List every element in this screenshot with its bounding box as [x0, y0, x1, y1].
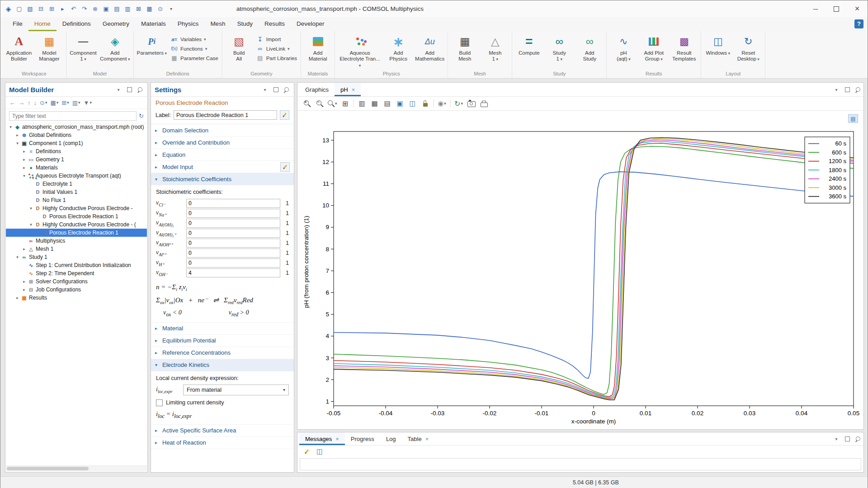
ribbon-button-import[interactable]: ↧Import — [255, 35, 299, 43]
stoich-input-5[interactable] — [186, 249, 280, 258]
section-electrode-kinetics[interactable]: ▾Electrode Kinetics — [151, 359, 294, 371]
copy-icon[interactable]: ▣ — [101, 4, 111, 14]
plot-canvas[interactable]: 12345678910111213-0.05-0.04-0.03-0.02-0.… — [301, 111, 860, 427]
close-button[interactable]: × — [847, 0, 868, 17]
collapse-arrow-icon[interactable]: ▾ — [8, 125, 14, 129]
show-icon[interactable]: ⊙▾ — [40, 99, 47, 106]
tree-item-highly-conductive-porous-electrode[interactable]: ▾DHighly Conductive Porous Electrode - — [6, 204, 147, 212]
tree-item-atmospheric-corrosion-mass-transport-mph-root[interactable]: ▾◈atmospheric_corrosion_mass_transport.m… — [6, 123, 147, 131]
menu-tab-home[interactable]: Home — [28, 17, 57, 31]
float-panel-icon[interactable] — [844, 435, 851, 442]
zoom-out-icon[interactable] — [315, 99, 324, 108]
close-tab-icon[interactable]: × — [335, 436, 339, 442]
zoom-extents-icon[interactable]: ⊞ — [341, 99, 350, 108]
menu-tab-definitions[interactable]: Definitions — [57, 17, 97, 31]
ribbon-button-compute[interactable]: =Compute — [514, 32, 544, 69]
zoom-box-icon[interactable]: ▾ — [328, 99, 337, 108]
collapse-arrow-icon[interactable]: ▾ — [21, 174, 27, 178]
plot-window-icon[interactable]: ▣ — [396, 99, 405, 108]
tree-item-multiphysics[interactable]: ∞Multiphysics — [6, 237, 147, 245]
tree-item-global-definitions[interactable]: ▸⊕Global Definitions — [6, 131, 147, 139]
ribbon-button-build-mesh[interactable]: ▦Build Mesh — [450, 32, 480, 69]
maximize-button[interactable] — [826, 0, 847, 17]
grid-icon[interactable]: ▦ — [370, 99, 379, 108]
ribbon-button-add-plot-group[interactable]: Add Plot Group ▾ — [639, 32, 669, 69]
panel-menu-icon[interactable]: ▾ — [833, 435, 840, 442]
dock-tab-messages[interactable]: Messages× — [299, 432, 345, 445]
expand-arrow-icon[interactable]: ▸ — [14, 296, 20, 300]
appearance-icon[interactable]: ◉▾ — [438, 99, 447, 108]
delete-icon[interactable]: ⊠ — [133, 4, 144, 14]
tree-item-job-configurations[interactable]: ▸⊟Job Configurations — [6, 286, 147, 294]
open-file-icon[interactable]: ▧ — [25, 4, 35, 14]
section-model-input[interactable]: ▸Model Input — [151, 161, 294, 173]
minimize-button[interactable]: ─ — [805, 0, 826, 17]
menu-tab-materials[interactable]: Materials — [135, 17, 172, 31]
menu-tab-geometry[interactable]: Geometry — [97, 17, 135, 31]
expand-arrow-icon[interactable]: ▸ — [21, 279, 27, 284]
dock-tab-table[interactable]: Table× — [402, 432, 435, 445]
run-icon[interactable]: ▸ — [57, 4, 68, 14]
expand-arrow-icon[interactable]: ▸ — [21, 149, 27, 154]
float-panel-icon[interactable] — [844, 86, 851, 93]
collapse-arrow-icon[interactable]: ▾ — [28, 222, 34, 227]
undo-icon[interactable]: ↶ — [68, 4, 79, 14]
duplicate-icon[interactable]: ▥ — [123, 4, 133, 14]
expand-arrow-icon[interactable]: ▸ — [21, 287, 27, 292]
move-down-icon[interactable]: ↓ — [34, 99, 37, 106]
menu-tab-file[interactable]: File — [7, 17, 28, 31]
ribbon-button-model-manager[interactable]: ▦Model Manager — [34, 32, 64, 69]
menu-tab-physics[interactable]: Physics — [172, 17, 205, 31]
redo-icon[interactable]: ↷ — [79, 4, 90, 14]
panel-menu-icon[interactable]: ▾ — [833, 86, 840, 93]
lock-icon[interactable] — [421, 99, 430, 108]
paste-icon[interactable]: ▤ — [112, 4, 122, 14]
limiting-current-checkbox[interactable] — [156, 399, 163, 406]
tree-item-materials[interactable]: ▸●Materials — [6, 164, 147, 172]
tree-item-study-1[interactable]: ▾∞Study 1 — [6, 253, 147, 261]
rename-icon[interactable] — [280, 110, 289, 120]
tree-item-porous-electrode-reaction-1[interactable]: DPorous Electrode Reaction 1 — [6, 212, 147, 221]
tree-item-electrolyte-1[interactable]: DElectrolyte 1 — [6, 180, 147, 188]
collapse-arrow-icon[interactable]: ▾ — [14, 141, 20, 145]
refresh-icon[interactable]: ↻▾ — [454, 99, 463, 108]
expand-arrow-icon[interactable]: ▸ — [21, 157, 27, 162]
legend-toggle-icon[interactable]: ▤ — [383, 99, 392, 108]
section-domain-selection[interactable]: ▸Domain Selection — [151, 124, 294, 136]
tree-item-component-1-comp1[interactable]: ▾▣Component 1 (comp1) — [6, 139, 147, 147]
back-icon[interactable]: ← — [9, 99, 15, 106]
ribbon-button-add-component[interactable]: ◈Add Component ▾ — [99, 32, 132, 69]
forward-icon[interactable]: → — [19, 99, 24, 106]
menu-tab-study[interactable]: Study — [231, 17, 259, 31]
tree-item-step-1-current-distribution-initialization[interactable]: ∿Step 1: Current Distribution Initializa… — [6, 261, 147, 269]
dock-tab-log[interactable]: Log — [380, 432, 402, 445]
filter-icon[interactable]: ▼▾ — [84, 99, 92, 106]
tree-item-initial-values-1[interactable]: DInitial Values 1 — [6, 188, 147, 196]
close-tab-icon[interactable]: × — [425, 436, 429, 442]
print-icon[interactable] — [480, 99, 489, 108]
ribbon-button-add-material[interactable]: Add Material — [303, 32, 333, 69]
stoich-input-7[interactable] — [186, 268, 280, 277]
plot-select-icon[interactable]: ◫ — [408, 99, 417, 108]
float-panel-icon[interactable] — [272, 86, 279, 93]
dock-tab-progress[interactable]: Progress — [345, 432, 380, 445]
expand-arrow-icon[interactable]: ▸ — [21, 165, 27, 170]
section-heat-of-reaction[interactable]: ▸Heat of Reaction — [151, 437, 294, 449]
save-as-icon[interactable]: ⊞ — [47, 4, 57, 14]
graphics-tab-ph[interactable]: pH× — [335, 83, 361, 96]
stoich-input-6[interactable] — [186, 258, 280, 267]
expand-icon[interactable]: ⊞▾ — [61, 99, 69, 106]
tree-item-no-flux-1[interactable]: DNo Flux 1 — [6, 196, 147, 204]
ribbon-button-application-builder[interactable]: AApplication Builder — [4, 32, 34, 69]
menu-tab-developer[interactable]: Developer — [291, 17, 330, 31]
axis-limits-icon[interactable]: ▥ — [358, 99, 367, 108]
tree-item-definitions[interactable]: ▸≡Definitions — [6, 147, 147, 155]
scrollbar-thumb[interactable] — [7, 467, 89, 470]
save-icon[interactable]: ⊟ — [36, 4, 46, 14]
tree-item-geometry-1[interactable]: ▸▭Geometry 1 — [6, 155, 147, 164]
ribbon-button-functions[interactable]: f(x)Functions▾ — [169, 44, 220, 53]
section-material[interactable]: ▸Material — [151, 323, 294, 335]
section-override-and-contribution[interactable]: ▸Override and Contribution — [151, 136, 294, 149]
ribbon-button-livelink[interactable]: ∞LiveLink▾ — [255, 44, 299, 53]
screenshot-icon[interactable] — [467, 99, 476, 108]
